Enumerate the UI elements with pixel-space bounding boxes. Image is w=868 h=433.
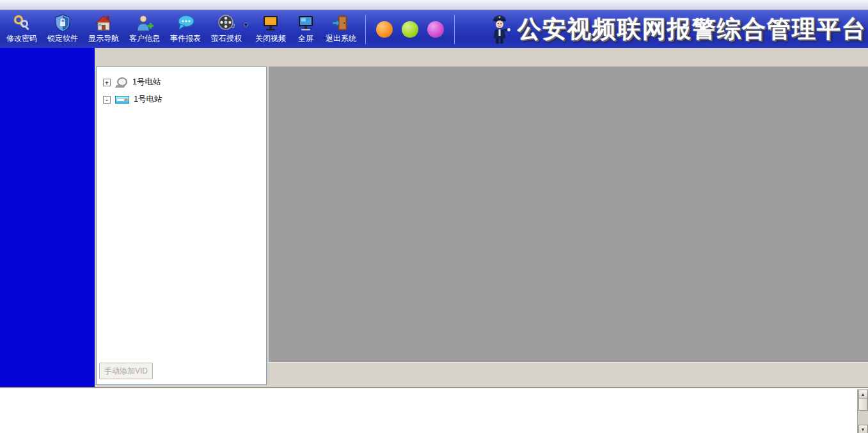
chat-report-icon: [176, 14, 195, 32]
menu-bar: [0, 0, 868, 10]
event-table-area: ▲ ▼: [0, 387, 868, 433]
toolbar-label: 萤石授权: [211, 33, 242, 44]
customer-info-button[interactable]: 客户信息: [124, 12, 165, 47]
monitor-orange-icon: [261, 14, 280, 32]
tree-node-label: 1号电站: [132, 77, 161, 88]
status-light-purple: [427, 21, 444, 38]
video-monitor-area: [269, 67, 868, 362]
monitor-blue-icon: [296, 14, 315, 32]
dvr-icon: [115, 96, 129, 104]
toolbar-separator: [365, 15, 366, 44]
scroll-down-icon[interactable]: ▼: [858, 425, 868, 433]
toolbar-label: 退出系统: [326, 33, 356, 44]
close-video-button[interactable]: 关闭视频: [250, 12, 291, 47]
toolbar-label: 事件报表: [170, 33, 201, 44]
add-user-icon: [135, 14, 154, 32]
dropdown-arrow-icon[interactable]: ▼: [243, 22, 249, 28]
sidebar-nav: [0, 48, 95, 387]
table-scrollbar[interactable]: ▲ ▼: [857, 390, 868, 433]
shield-lock-icon: [53, 14, 72, 32]
tree-root-station[interactable]: + 1号电站: [97, 74, 266, 91]
toolbar-label: 锁定软件: [47, 33, 78, 44]
status-light-green: [402, 21, 418, 38]
house-icon: [94, 14, 113, 32]
police-officer-icon: [488, 12, 511, 46]
tree-node-label: 1号电站: [134, 94, 162, 105]
fullscreen-button[interactable]: 全屏: [291, 12, 320, 47]
webcam-icon: [115, 77, 128, 88]
device-tree-panel: + 1号电站 - 1号电站 手动添加VID: [96, 67, 267, 385]
status-lights: [376, 21, 444, 38]
exit-door-icon: [331, 14, 351, 32]
ezviz-auth-button[interactable]: 萤石授权: [206, 12, 247, 47]
keys-icon: [12, 14, 31, 32]
event-report-button[interactable]: 事件报表: [165, 12, 206, 47]
toolbar-label: 修改密码: [6, 33, 37, 44]
manual-add-vid-button[interactable]: 手动添加VID: [99, 363, 153, 379]
lock-software-button[interactable]: 锁定软件: [42, 12, 83, 47]
workspace: + 1号电站 - 1号电站 手动添加VID: [95, 48, 868, 387]
toolbar-label: 客户信息: [129, 33, 160, 44]
tree-root-dvr[interactable]: - 1号电站: [97, 91, 266, 108]
status-light-orange: [376, 21, 393, 38]
exit-system-button[interactable]: 退出系统: [320, 12, 361, 47]
video-controls-bar: [269, 362, 868, 387]
film-reel-icon: [217, 14, 236, 32]
toolbar-separator: [454, 15, 455, 44]
video-grid: [271, 74, 865, 359]
change-password-button[interactable]: 修改密码: [1, 12, 42, 47]
expand-plus-icon[interactable]: +: [103, 79, 111, 86]
app-title: 公安视频联网报警综合管理平台: [517, 13, 867, 45]
toolbar-label: 全屏: [298, 33, 313, 44]
show-navigation-button[interactable]: 显示导航: [83, 12, 124, 47]
collapse-minus-icon[interactable]: -: [103, 96, 111, 104]
toolbar: 修改密码 锁定软件 显示导航 客户信息 事件报表 萤石授权 ▼ 关闭视频: [0, 10, 868, 48]
toolbar-label: 显示导航: [88, 33, 119, 44]
scroll-thumb[interactable]: [858, 398, 868, 411]
toolbar-label: 关闭视频: [255, 33, 286, 44]
